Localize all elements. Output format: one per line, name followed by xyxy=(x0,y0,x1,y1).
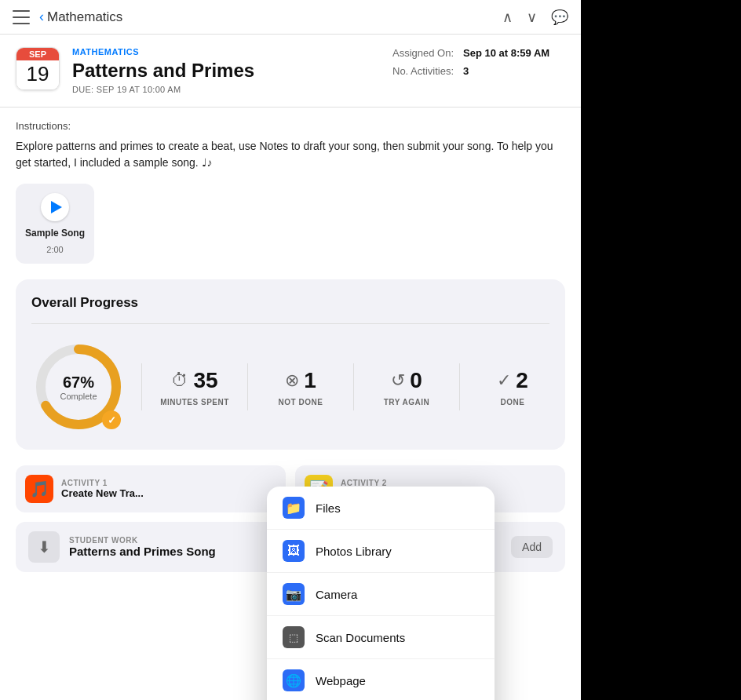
stat-not-done-label: NOT DONE xyxy=(279,398,323,407)
activity-1-info: ACTIVITY 1 Create New Tra... xyxy=(61,479,144,499)
stat-minutes-label: MINUTES SPENT xyxy=(160,398,229,407)
song-duration: 2:00 xyxy=(46,245,63,254)
activity-card-1[interactable]: 🎵 ACTIVITY 1 Create New Tra... xyxy=(16,465,286,512)
comment-button[interactable]: 💬 xyxy=(551,9,568,26)
stat-not-done-value: 1 xyxy=(304,368,316,393)
camera-label: Camera xyxy=(316,588,357,601)
not-done-icon: ⊗ xyxy=(285,370,299,391)
webpage-label: Webpage xyxy=(316,674,366,687)
assigned-on-row: Assigned On: Sep 10 at 8:59 AM xyxy=(392,47,549,59)
done-icon: ✓ xyxy=(497,370,511,391)
files-label: Files xyxy=(316,501,341,515)
clock-icon: ⏱ xyxy=(171,370,188,391)
scan-icon: ⬚ xyxy=(283,626,305,648)
calendar-badge: SEP 19 xyxy=(16,47,60,90)
assignment-title: Patterns and Primes xyxy=(72,60,380,82)
calendar-day: 19 xyxy=(16,60,59,89)
popup-webpage[interactable]: 🌐 Webpage xyxy=(267,659,495,700)
donut-center: 67% Complete xyxy=(60,374,97,401)
sidebar-toggle-button[interactable] xyxy=(13,10,30,24)
activity-1-label: ACTIVITY 1 xyxy=(61,479,144,487)
nav-right-actions: ∧ ∨ 💬 xyxy=(502,9,568,26)
stat-minutes-value: 35 xyxy=(193,368,217,393)
assignment-due: DUE: SEP 19 AT 10:00 AM xyxy=(72,85,380,94)
photos-label: Photos Library xyxy=(316,545,392,558)
navigate-down-button[interactable]: ∨ xyxy=(527,9,537,26)
popup-photos[interactable]: 🖼 Photos Library xyxy=(267,530,495,573)
nav-bar: ‹ Mathematics ∧ ∨ 💬 xyxy=(0,0,581,35)
stat-done-label: DONE xyxy=(501,398,525,407)
stat-not-done: ⊗ 1 NOT DONE xyxy=(264,368,338,407)
stat-minutes-row: ⏱ 35 xyxy=(171,368,217,393)
try-again-icon: ↺ xyxy=(391,370,405,391)
activity-1-name: Create New Tra... xyxy=(61,487,144,499)
activity-1-icon: 🎵 xyxy=(25,475,53,503)
assignment-meta: Assigned On: Sep 10 at 8:59 AM No. Activ… xyxy=(392,47,565,77)
stats-divider-1 xyxy=(141,363,142,410)
assignment-header: SEP 19 MATHEMATICS Patterns and Primes D… xyxy=(0,35,581,108)
scan-label: Scan Documents xyxy=(316,631,405,644)
files-icon: 📁 xyxy=(283,497,305,519)
camera-icon: 📷 xyxy=(283,583,305,605)
stat-try-again-row: ↺ 0 xyxy=(391,368,422,393)
back-button[interactable]: ‹ Mathematics xyxy=(39,9,122,25)
progress-stats: 67% Complete ✓ ⏱ 35 MINUTES SPENT xyxy=(31,340,549,434)
popup-menu: 📁 Files 🖼 Photos Library 📷 Camera ⬚ Scan… xyxy=(267,487,495,700)
assigned-value: Sep 10 at 8:59 AM xyxy=(463,47,549,59)
stat-not-done-row: ⊗ 1 xyxy=(285,368,316,393)
stat-try-again-label: TRY AGAIN xyxy=(384,398,430,407)
popup-camera[interactable]: 📷 Camera xyxy=(267,573,495,616)
donut-check-icon: ✓ xyxy=(102,410,121,429)
stat-done: ✓ 2 DONE xyxy=(476,368,549,407)
assignment-subject: MATHEMATICS xyxy=(72,47,380,57)
popup-files[interactable]: 📁 Files xyxy=(267,487,495,530)
navigate-up-button[interactable]: ∧ xyxy=(502,9,513,26)
instructions-section: Instructions: Explore patterns and prime… xyxy=(0,108,581,184)
activities-label: No. Activities: xyxy=(392,65,454,77)
progress-divider xyxy=(31,323,549,324)
donut-chart: 67% Complete ✓ xyxy=(31,340,126,434)
donut-label: Complete xyxy=(60,392,97,401)
progress-section: Overall Progress 67% Complete ✓ xyxy=(16,279,565,450)
activities-value: 3 xyxy=(463,65,469,77)
stats-divider-3 xyxy=(353,363,354,410)
main-panel: ‹ Mathematics ∧ ∨ 💬 SEP 19 MATHEMATICS P… xyxy=(0,0,581,700)
assignment-info: MATHEMATICS Patterns and Primes DUE: SEP… xyxy=(72,47,380,94)
play-icon xyxy=(51,201,62,213)
sample-song-card[interactable]: Sample Song 2:00 xyxy=(16,184,94,264)
back-label: Mathematics xyxy=(47,9,122,25)
stats-divider-2 xyxy=(247,363,248,410)
stat-done-row: ✓ 2 xyxy=(497,368,528,393)
webpage-icon: 🌐 xyxy=(283,669,305,691)
instructions-text: Explore patterns and primes to create a … xyxy=(16,138,565,171)
assigned-label: Assigned On: xyxy=(392,47,454,59)
progress-title: Overall Progress xyxy=(31,295,549,311)
work-icon: ⬇ xyxy=(28,531,60,563)
instructions-label: Instructions: xyxy=(16,120,565,132)
stat-done-value: 2 xyxy=(516,368,528,393)
photos-icon: 🖼 xyxy=(283,540,305,562)
stat-try-again: ↺ 0 TRY AGAIN xyxy=(370,368,444,407)
right-panel xyxy=(581,0,741,700)
stat-minutes: ⏱ 35 MINUTES SPENT xyxy=(158,368,232,407)
activities-count-row: No. Activities: 3 xyxy=(392,65,469,77)
donut-percent: 67% xyxy=(60,374,97,392)
calendar-month: SEP xyxy=(16,48,59,60)
song-title: Sample Song xyxy=(25,228,85,239)
stats-divider-4 xyxy=(459,363,460,410)
stat-try-again-value: 0 xyxy=(410,368,422,393)
play-button[interactable] xyxy=(41,193,69,221)
add-button[interactable]: Add xyxy=(511,536,553,558)
attachments-section: Sample Song 2:00 xyxy=(0,184,581,279)
chevron-left-icon: ‹ xyxy=(39,9,44,25)
popup-scan[interactable]: ⬚ Scan Documents xyxy=(267,616,495,659)
